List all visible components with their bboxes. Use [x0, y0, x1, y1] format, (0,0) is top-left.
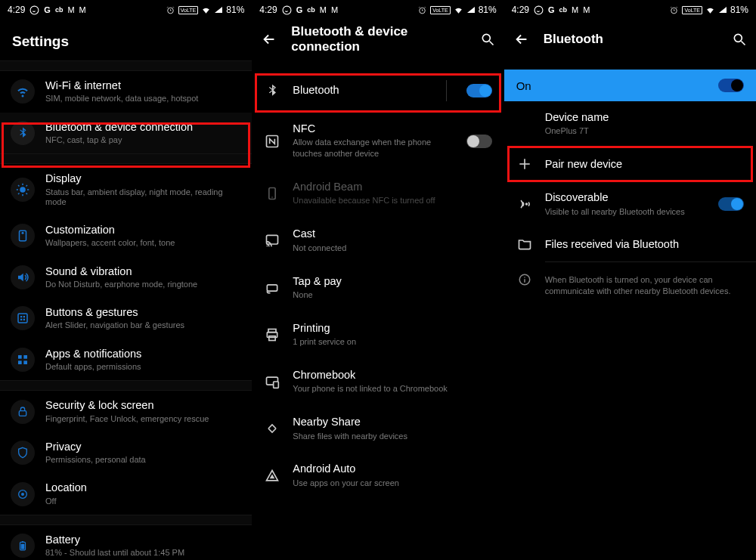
cb-icon: cb: [559, 6, 568, 14]
settings-item-security[interactable]: Security & lock screenFingerprint, Face …: [0, 391, 252, 432]
settings-item-label: Wi-Fi & internet: [45, 79, 241, 92]
bt-item-beam: Android BeamUnavailable because NFC is t…: [252, 170, 503, 217]
settings-item-battery[interactable]: Battery81% - Should last until about 1:4…: [0, 525, 252, 560]
bt-item-printing[interactable]: Printing1 print service on: [252, 311, 503, 358]
status-bar: 4:29 G cb M M VoLTE 81%: [504, 0, 756, 20]
pair-new-device-row[interactable]: Pair new device: [504, 147, 756, 181]
on-label: On: [516, 79, 531, 92]
discoverable-label: Discoverable: [545, 191, 706, 204]
device-name-label: Device name: [545, 111, 744, 124]
bluetooth-master-toggle-row[interactable]: On: [504, 70, 756, 101]
info-text: When Bluetooth is turned on, your device…: [545, 274, 744, 297]
settings-item-label: Bluetooth & device connection: [45, 121, 241, 134]
discoverable-row[interactable]: DiscoverableVisible to all nearby Blueto…: [504, 181, 756, 227]
files-label: Files received via Bluetooth: [545, 238, 744, 251]
item-label: Bluetooth: [293, 84, 433, 97]
status-time: 4:29: [512, 5, 529, 15]
mail-icon: M: [320, 5, 327, 14]
item-sub: Unavailable because NFC is turned off: [293, 195, 491, 206]
item-label: Chromebook: [293, 369, 491, 382]
device-name-value: OnePlus 7T: [545, 125, 744, 137]
bt-item-nearby-share[interactable]: Nearby ShareShare files with nearby devi…: [252, 405, 503, 452]
battery-icon: [17, 540, 28, 551]
info-icon: [518, 273, 531, 286]
cb-icon: cb: [307, 6, 315, 14]
settings-item-sound[interactable]: Sound & vibrationDo Not Disturb, earphon…: [0, 257, 252, 299]
nfc-toggle[interactable]: [466, 135, 492, 148]
alarm-icon: [417, 5, 427, 15]
settings-item-label: Privacy: [45, 441, 241, 453]
volte-icon: VoLTE: [178, 6, 199, 14]
item-sub: Not connected: [293, 243, 491, 254]
android-auto-icon: [265, 469, 280, 484]
signal-icon: [214, 5, 223, 14]
header: Bluetooth & device connection: [252, 20, 503, 59]
settings-item-label: Battery: [45, 534, 241, 546]
lock-icon: [17, 406, 29, 418]
settings-item-label: Buttons & gestures: [45, 306, 241, 319]
status-time: 4:29: [8, 5, 25, 15]
settings-item-privacy[interactable]: PrivacyPermissions, personal data: [0, 432, 252, 474]
mail-icon: M: [331, 5, 338, 14]
bluetooth-master-toggle[interactable]: [718, 79, 744, 92]
search-button[interactable]: [480, 32, 495, 47]
status-battery: 81%: [479, 5, 497, 15]
search-button[interactable]: [732, 32, 747, 47]
settings-item-wifi[interactable]: Wi-Fi & internetSIM, mobile network, dat…: [0, 71, 252, 113]
bluetooth-icon: [16, 126, 29, 140]
settings-item-location[interactable]: LocationOff: [0, 473, 252, 515]
signal-icon: [466, 5, 476, 14]
settings-item-display[interactable]: DisplayStatus bar, ambient display, nigh…: [0, 164, 252, 215]
back-button[interactable]: [513, 31, 530, 48]
settings-item-bluetooth[interactable]: Bluetooth & device connectionNFC, cast, …: [0, 113, 252, 154]
wifi-icon: [454, 5, 463, 15]
item-sub: Share files with nearby devices: [293, 431, 491, 442]
bt-item-nfc[interactable]: NFCAllow data exchange when the phone to…: [252, 112, 503, 170]
screen-settings: 4:29 G cb M M VoLTE 81% Settings Wi-Fi &…: [0, 0, 252, 560]
shield-icon: [17, 447, 29, 459]
status-battery: 81%: [226, 5, 244, 15]
item-sub: Allow data exchange when the phone touch…: [293, 137, 454, 159]
info-row: When Bluetooth is turned on, your device…: [504, 262, 756, 308]
sound-icon: [16, 271, 29, 284]
status-bar: 4:29 G cb M M VoLTE 81%: [252, 0, 503, 20]
settings-item-buttons[interactable]: Buttons & gesturesAlert Slider, navigati…: [0, 298, 252, 339]
page-title: Bluetooth: [544, 32, 718, 47]
back-icon: [513, 31, 530, 48]
volte-icon: VoLTE: [682, 6, 702, 14]
settings-item-sub: Fingerprint, Face Unlock, emergency resc…: [45, 414, 241, 424]
item-label: Android Beam: [293, 181, 491, 193]
header: Bluetooth: [504, 20, 756, 59]
files-received-row[interactable]: Files received via Bluetooth: [504, 227, 756, 261]
device-name-row[interactable]: Device nameOnePlus 7T: [504, 101, 756, 147]
settings-item-sub: Do Not Disturb, earphone mode, ringtone: [45, 280, 241, 289]
status-time: 4:29: [259, 5, 277, 15]
item-label: Tap & pay: [293, 275, 491, 288]
divider: [0, 515, 252, 525]
page-title: Settings: [0, 20, 252, 60]
settings-item-label: Apps & notifications: [45, 348, 241, 360]
wifi-icon: [705, 5, 715, 15]
settings-item-label: Location: [45, 481, 241, 494]
status-bar: 4:29 G cb M M VoLTE 81%: [0, 0, 252, 20]
alarm-icon: [166, 5, 175, 15]
mail-icon: M: [79, 5, 86, 14]
google-icon: G: [548, 5, 555, 14]
page-title: Bluetooth & device connection: [291, 24, 466, 54]
settings-item-sub: Permissions, personal data: [45, 455, 241, 465]
settings-item-customization[interactable]: CustomizationWallpapers, accent color, f…: [0, 215, 252, 257]
bluetooth-toggle[interactable]: [466, 84, 492, 97]
item-sub: Use apps on your car screen: [293, 478, 491, 489]
wifi-icon: [201, 5, 211, 15]
signal-icon: [718, 5, 727, 14]
bt-item-tap-pay[interactable]: Tap & payNone: [252, 265, 503, 311]
bt-item-bluetooth[interactable]: Bluetooth: [252, 70, 503, 112]
settings-item-sub: Status bar, ambient display, night mode,…: [45, 187, 241, 207]
discoverable-toggle[interactable]: [718, 197, 744, 211]
beam-icon: [265, 186, 280, 201]
back-button[interactable]: [261, 31, 277, 48]
bt-item-chromebook[interactable]: ChromebookYour phone is not linked to a …: [252, 358, 503, 405]
settings-item-apps[interactable]: Apps & notificationsDefault apps, permis…: [0, 339, 252, 381]
bt-item-android-auto[interactable]: Android AutoUse apps on your car screen: [252, 452, 503, 499]
bt-item-cast[interactable]: CastNot connected: [252, 217, 503, 264]
